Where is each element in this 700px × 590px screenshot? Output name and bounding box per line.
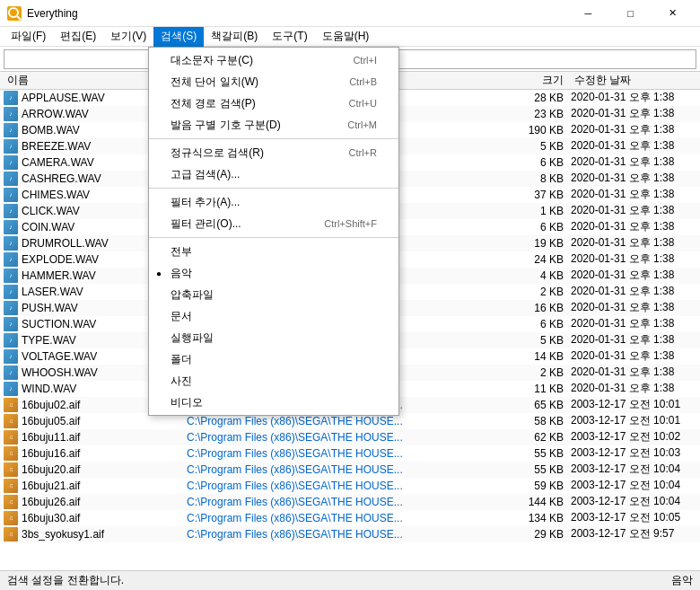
file-size: 29 KB <box>508 528 571 541</box>
dropdown-label: 정규식으로 검색(R) <box>171 145 264 161</box>
dropdown-label: 전부 <box>171 244 192 260</box>
file-date: 2020-01-31 오후 1:38 <box>571 106 696 121</box>
file-date: 2020-01-31 오후 1:38 <box>571 90 696 105</box>
dropdown-shortcut: Ctrl+B <box>320 76 377 87</box>
menu-help[interactable]: 도움말(H) <box>315 27 377 47</box>
file-size: 2 KB <box>508 286 571 298</box>
file-date: 2020-01-31 오후 1:38 <box>571 122 696 137</box>
file-date: 2020-01-31 오후 1:38 <box>571 332 696 348</box>
dropdown-label: 필터 관리(O)... <box>171 216 241 232</box>
dropdown-item-full_path[interactable]: 전체 경로 검색(P)Ctrl+U <box>149 92 398 114</box>
file-size: 1 KB <box>508 205 571 217</box>
dropdown-item-photo[interactable]: 사진 <box>149 370 398 392</box>
file-size: 16 KB <box>508 302 571 314</box>
dropdown-item-folder[interactable]: 폴더 <box>149 348 398 370</box>
dropdown-item-filter_manage[interactable]: 필터 관리(O)...Ctrl+Shift+F <box>149 213 398 234</box>
file-date: 2020-01-31 오후 1:38 <box>571 171 696 186</box>
file-name: 16buju05.aif <box>22 415 187 427</box>
file-date: 2020-01-31 오후 1:38 <box>571 251 696 267</box>
dropdown-item-document[interactable]: 문서 <box>149 305 398 327</box>
file-date: 2020-01-31 오후 1:38 <box>571 235 696 251</box>
minimize-button[interactable]: ─ <box>568 0 608 27</box>
close-button[interactable]: ✕ <box>652 0 693 27</box>
file-size: 55 KB <box>508 463 571 476</box>
dropdown-item-video[interactable]: 비디오 <box>149 392 398 413</box>
dropdown-label: 고급 검색(A)... <box>171 167 240 182</box>
file-name: 16buju21.aif <box>22 480 187 492</box>
dropdown-item-music[interactable]: ●음악 <box>149 262 398 284</box>
dropdown-item-advanced[interactable]: 고급 검색(A)... <box>149 163 398 185</box>
file-size: 5 KB <box>508 140 571 153</box>
dropdown-shortcut: Ctrl+Shift+F <box>295 218 377 229</box>
file-date: 2020-01-31 오후 1:38 <box>571 300 696 315</box>
wav-icon: ♪ <box>4 236 18 251</box>
file-path: C:\Program Files (x86)\SEGA\THE HOUSE... <box>187 415 508 427</box>
wav-icon: ♪ <box>4 123 18 137</box>
file-date: 2003-12-17 오전 10:04 <box>571 494 696 509</box>
wav-icon: ♪ <box>4 155 18 170</box>
file-size: 134 KB <box>508 512 571 524</box>
aif-icon: ♫ <box>4 527 18 542</box>
wav-icon: ♪ <box>4 333 18 348</box>
dropdown-shortcut: Ctrl+M <box>319 119 377 130</box>
wav-icon: ♪ <box>4 269 18 283</box>
menu-file[interactable]: 파일(F) <box>4 27 53 47</box>
aif-icon: ♫ <box>4 462 18 477</box>
file-path: C:\Program Files (x86)\SEGA\THE HOUSE... <box>187 431 508 444</box>
col-header-size[interactable]: 크기 <box>508 73 571 88</box>
wav-icon: ♪ <box>4 349 18 364</box>
file-size: 23 KB <box>508 108 571 120</box>
file-path: C:\Program Files (x86)\SEGA\THE HOUSE... <box>187 480 508 492</box>
table-row[interactable]: ♫16buju30.aifC:\Program Files (x86)\SEGA… <box>0 510 700 526</box>
menu-edit[interactable]: 편집(E) <box>53 27 103 47</box>
dropdown-item-diacritic[interactable]: 발음 구별 기호 구분(D)Ctrl+M <box>149 114 398 136</box>
wav-icon: ♪ <box>4 220 18 234</box>
aif-icon: ♫ <box>4 414 18 428</box>
file-size: 6 KB <box>508 318 571 330</box>
table-row[interactable]: ♫16buju11.aifC:\Program Files (x86)\SEGA… <box>0 429 700 445</box>
dropdown-item-compressed[interactable]: 압축파일 <box>149 284 398 305</box>
file-date: 2020-01-31 오후 1:38 <box>571 284 696 299</box>
status-right: 음악 <box>671 573 693 588</box>
dropdown-item-regex[interactable]: 정규식으로 검색(R)Ctrl+R <box>149 142 398 163</box>
menu-search[interactable]: 검색(S) <box>153 27 204 47</box>
dropdown-item-filter_add[interactable]: 필터 추가(A)... <box>149 191 398 213</box>
file-size: 8 KB <box>508 172 571 185</box>
file-name: 16buju16.aif <box>22 447 187 460</box>
table-row[interactable]: ♫3bs_syokusy1.aifC:\Program Files (x86)\… <box>0 526 700 542</box>
app-title: Everything <box>27 7 568 20</box>
file-size: 28 KB <box>508 92 571 104</box>
svg-point-0 <box>9 8 18 17</box>
dropdown-item-case[interactable]: 대소문자 구분(C)Ctrl+I <box>149 49 398 71</box>
dropdown-item-executable[interactable]: 실행파일 <box>149 327 398 348</box>
dropdown-label: 실행파일 <box>171 330 214 346</box>
file-date: 2003-12-17 오전 10:01 <box>571 397 696 412</box>
dropdown-item-all[interactable]: 전부 <box>149 241 398 262</box>
wav-icon: ♪ <box>4 365 18 380</box>
table-row[interactable]: ♫16buju26.aifC:\Program Files (x86)\SEGA… <box>0 494 700 510</box>
aif-icon: ♫ <box>4 430 18 445</box>
file-size: 14 KB <box>508 350 571 363</box>
file-size: 65 KB <box>508 399 571 411</box>
dropdown-label: 사진 <box>171 374 192 389</box>
bullet-icon: ● <box>156 269 162 278</box>
menu-bookmark[interactable]: 책갈피(B) <box>204 27 265 47</box>
file-path: C:\Program Files (x86)\SEGA\THE HOUSE... <box>187 496 508 508</box>
table-row[interactable]: ♫16buju20.aifC:\Program Files (x86)\SEGA… <box>0 462 700 478</box>
window-controls: ─ □ ✕ <box>568 0 693 27</box>
menu-view[interactable]: 보기(V) <box>103 27 153 47</box>
dropdown-item-whole_word[interactable]: 전체 단어 일치(W)Ctrl+B <box>149 71 398 92</box>
maximize-button[interactable]: □ <box>610 0 651 27</box>
table-row[interactable]: ♫16buju21.aifC:\Program Files (x86)\SEGA… <box>0 478 700 494</box>
file-date: 2020-01-31 오후 1:38 <box>571 348 696 364</box>
file-date: 2020-01-31 오후 1:38 <box>571 138 696 154</box>
aif-icon: ♫ <box>4 511 18 525</box>
aif-icon: ♫ <box>4 398 18 412</box>
dropdown-shortcut: Ctrl+R <box>320 147 377 158</box>
file-size: 190 KB <box>508 124 571 136</box>
dropdown-label: 전체 단어 일치(W) <box>171 75 258 90</box>
menu-tools[interactable]: 도구(T) <box>265 27 314 47</box>
dropdown-separator <box>149 138 398 139</box>
table-row[interactable]: ♫16buju16.aifC:\Program Files (x86)\SEGA… <box>0 445 700 462</box>
col-header-date[interactable]: 수정한 날짜 <box>571 73 696 88</box>
